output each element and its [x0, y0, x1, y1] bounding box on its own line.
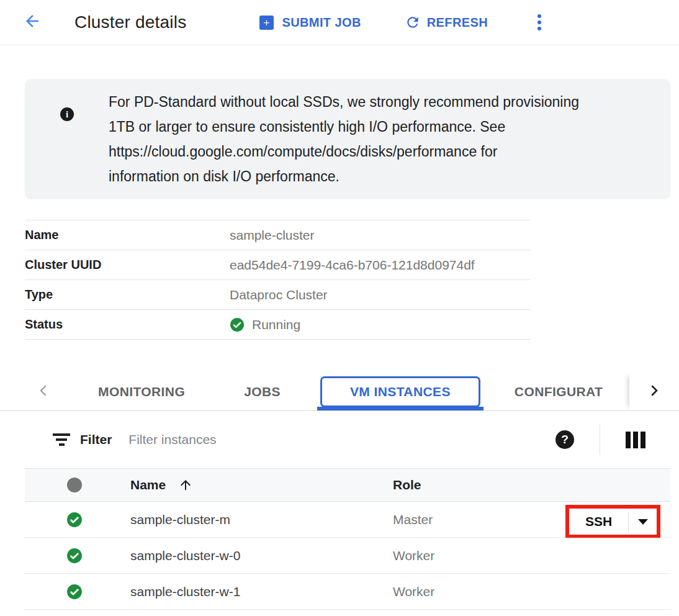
instance-name: sample-cluster-w-1 — [130, 584, 393, 599]
status-running-icon — [230, 317, 245, 332]
tab-vm-instances-label: VM INSTANCES — [350, 384, 451, 399]
chevron-left-icon — [36, 381, 51, 402]
ssh-button-group: SSH — [569, 509, 657, 535]
detail-value: ead54de4-7199-4ca6-b706-121d8d0974df — [230, 258, 475, 273]
app-bar: Cluster details SUBMIT JOB REFRESH — [0, 0, 679, 45]
back-button[interactable] — [22, 12, 42, 32]
ssh-dropdown-button[interactable] — [629, 509, 657, 535]
column-header-role[interactable]: Role — [393, 478, 670, 492]
instance-role: Worker — [393, 584, 670, 599]
column-header-name[interactable]: Name — [130, 478, 393, 492]
info-banner-text: For PD-Standard without local SSDs, we s… — [109, 89, 579, 189]
vertical-dots-icon — [537, 14, 541, 18]
toolbar-divider — [600, 425, 600, 455]
ssh-button[interactable]: SSH — [569, 509, 628, 535]
detail-value: sample-cluster — [230, 228, 315, 243]
detail-row-uuid: Cluster UUID ead54de4-7199-4ca6-b706-121… — [25, 250, 531, 280]
detail-label: Name — [25, 228, 230, 242]
status-text: Running — [252, 317, 300, 332]
refresh-icon — [405, 14, 427, 30]
detail-row-status: Status Running — [25, 310, 531, 340]
instance-ok-icon — [66, 512, 83, 528]
sort-ascending-icon — [178, 478, 193, 492]
page-title: Cluster details — [74, 12, 186, 32]
detail-row-type: Type Dataproc Cluster — [25, 280, 531, 310]
arrow-back-icon — [23, 12, 42, 33]
detail-row-name: Name sample-cluster — [25, 220, 531, 250]
tab-configuration[interactable]: CONFIGURAT — [515, 384, 603, 399]
submit-job-label: SUBMIT JOB — [282, 16, 361, 30]
refresh-label: REFRESH — [427, 16, 488, 30]
filter-icon — [53, 432, 70, 447]
detail-value: Dataproc Cluster — [230, 288, 328, 302]
annotation-red-box: SSH — [565, 505, 660, 538]
info-banner: i For PD-Standard without local SSDs, we… — [25, 79, 670, 199]
table-header-row: Name Role — [25, 468, 670, 502]
more-actions-button[interactable] — [535, 11, 544, 34]
vm-instances-table: Name Role sample-cluster-m Master SSH — [25, 468, 670, 610]
instance-name: sample-cluster-w-0 — [130, 548, 393, 563]
instance-role: Worker — [393, 548, 670, 563]
instance-ok-icon — [66, 548, 83, 564]
instance-ok-icon — [66, 584, 83, 600]
tab-strip: MONITORING JOBS VM INSTANCES CONFIGURAT — [0, 373, 679, 411]
tab-monitoring[interactable]: MONITORING — [98, 384, 185, 399]
chevron-right-icon — [647, 381, 662, 402]
table-row-worker-1[interactable]: sample-cluster-w-1 Worker — [25, 574, 670, 610]
tab-vm-instances[interactable]: VM INSTANCES — [320, 376, 480, 407]
filter-instances-input[interactable] — [128, 432, 555, 447]
filter-label: Filter — [80, 432, 112, 447]
column-display-options-button[interactable] — [626, 432, 645, 448]
tab-jobs[interactable]: JOBS — [244, 384, 281, 399]
tabs-scroll-right-button[interactable] — [629, 373, 679, 410]
refresh-button[interactable]: REFRESH — [405, 14, 488, 30]
info-icon: i — [60, 107, 74, 121]
table-row-worker-0[interactable]: sample-cluster-w-0 Worker — [25, 538, 670, 574]
table-row-master[interactable]: sample-cluster-m Master SSH — [25, 502, 670, 538]
select-all-circle[interactable] — [67, 478, 82, 492]
filter-bar: Filter ? — [0, 411, 679, 468]
plus-icon — [259, 16, 274, 30]
detail-label: Type — [25, 288, 230, 302]
instance-name: sample-cluster-m — [130, 512, 393, 527]
detail-label: Status — [25, 317, 230, 332]
submit-job-button[interactable]: SUBMIT JOB — [259, 16, 361, 30]
status-value: Running — [230, 317, 300, 332]
detail-label: Cluster UUID — [25, 258, 230, 272]
help-icon[interactable]: ? — [555, 430, 574, 449]
tabs-scroll-left-button[interactable] — [36, 381, 51, 402]
caret-down-icon — [638, 519, 648, 525]
cluster-details-list: Name sample-cluster Cluster UUID ead54de… — [25, 220, 531, 340]
